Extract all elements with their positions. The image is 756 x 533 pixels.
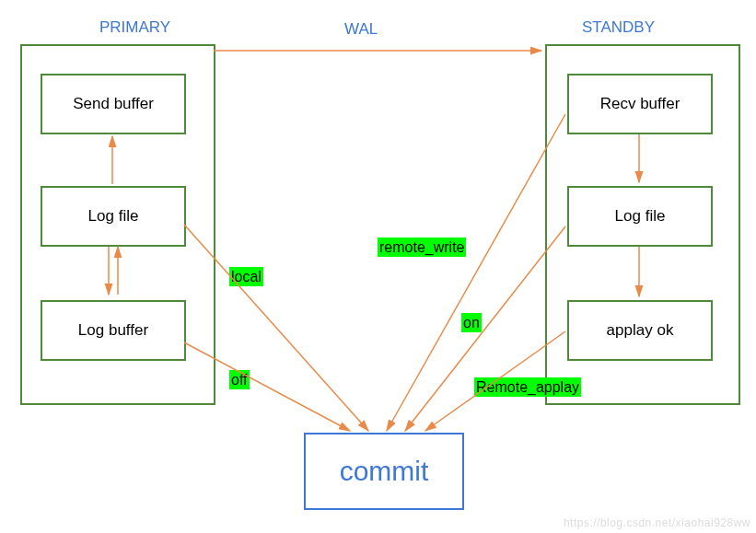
log-buffer-box: Log buffer (41, 300, 186, 361)
recv-buffer-label: Recv buffer (600, 95, 680, 113)
commit-box: commit (304, 433, 464, 510)
primary-title: PRIMARY (99, 18, 170, 37)
standby-title: STANDBY (582, 18, 655, 37)
tag-remote-applay: Remote_applay (474, 377, 581, 397)
send-buffer-label: Send buffer (73, 95, 154, 113)
recv-buffer-box: Recv buffer (567, 74, 713, 134)
standby-log-file-box: Log file (567, 186, 713, 247)
commit-label: commit (340, 456, 429, 487)
tag-on: on (461, 313, 482, 332)
wal-title: WAL (344, 20, 378, 39)
applay-ok-box: applay ok (567, 300, 713, 361)
standby-log-file-label: Log file (615, 207, 666, 226)
watermark: https://blog.csdn.net/xiaohai928ww (564, 516, 750, 529)
primary-log-file-label: Log file (88, 207, 139, 226)
arrow-on (405, 226, 565, 431)
tag-off: off (229, 370, 250, 389)
primary-log-file-box: Log file (41, 186, 186, 247)
log-buffer-label: Log buffer (78, 321, 148, 340)
applay-ok-label: applay ok (607, 321, 674, 340)
send-buffer-box: Send buffer (41, 74, 186, 134)
tag-local: local (229, 267, 263, 286)
tag-remote-write: remote_write (378, 238, 466, 257)
